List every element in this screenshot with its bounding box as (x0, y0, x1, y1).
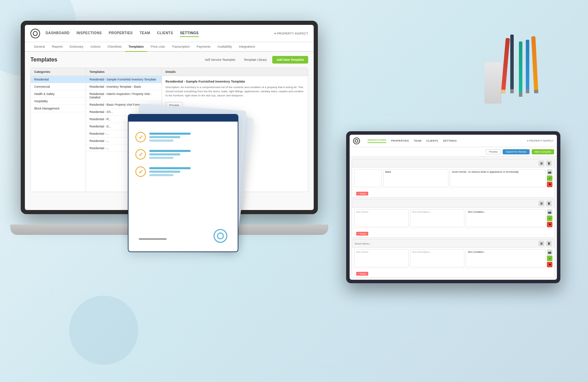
nav-dashboard[interactable]: DASHBOARD (46, 30, 70, 37)
tablet-check-icon[interactable]: ✓ (547, 175, 552, 181)
tablet-check-icon-2[interactable]: ✓ (547, 216, 552, 221)
category-residential[interactable]: Residential (31, 76, 86, 83)
checklist-row-3: ✓ (135, 166, 231, 177)
template-item-2[interactable]: Residential - Interim Inspection / Prope… (86, 90, 162, 101)
tab-price-lists[interactable]: Price Lists (147, 42, 169, 52)
checklist-illustration: ✓ ✓ ✓ (121, 104, 252, 262)
tablet-desc-3[interactable]: Item Description... (410, 249, 465, 267)
tablet-action-btn-3[interactable]: + Action (356, 272, 368, 276)
nav-clients[interactable]: CLIENTS (157, 30, 173, 37)
tablet-room-label: Room Name... (355, 242, 537, 245)
tablet: INSPECTIONS PROPERTIES TEAM CLIENTS SETT… (346, 131, 567, 290)
checklist-top-bar (129, 115, 238, 122)
tablet-action-btn-2[interactable]: + Action (356, 232, 368, 236)
check-lines-1 (149, 133, 231, 142)
stationery-group (484, 35, 553, 152)
property-badge[interactable]: ▾ PROPERTY INSPECT (274, 32, 308, 35)
tab-templates[interactable]: Templates (125, 42, 147, 52)
template-library-btn[interactable]: Template Library (241, 57, 270, 63)
tablet-copy-icon-3[interactable]: ⊞ (539, 241, 544, 246)
tablet-nav-team[interactable]: TEAM (414, 139, 421, 142)
category-commercial[interactable]: Commercial (31, 83, 86, 90)
orange-pen (531, 36, 539, 93)
tab-availability[interactable]: Availability (214, 42, 235, 52)
tab-reports[interactable]: Reports (48, 42, 66, 52)
tablet-condition-1[interactable]: Good Overall - no obvious faults in appe… (450, 169, 546, 187)
tablet-section-2-header: ⊞ 🗑 (352, 199, 554, 208)
tab-general[interactable]: General (30, 42, 48, 52)
pen-tip-orange (534, 90, 539, 94)
nav-properties[interactable]: PROPERTIES (109, 30, 133, 37)
tablet-nav-clients[interactable]: CLIENTS (426, 139, 438, 142)
tablet-item-name-2[interactable]: Item Name... (354, 209, 409, 227)
tablet-add-block: Add New Block (352, 279, 555, 280)
tab-dictionary[interactable]: Dictionary (66, 42, 87, 52)
tablet-condition-3[interactable]: Item Condition... (466, 249, 546, 267)
tablet-flag-icon-2[interactable]: ⚑ (547, 222, 552, 227)
checklist-row-1: ✓ (135, 132, 231, 142)
categories-col: Categories Residential Commercial Health… (31, 68, 86, 192)
pen-holder (484, 62, 502, 104)
tab-payments[interactable]: Payments (193, 42, 214, 52)
tablet-field-empty-1 (354, 169, 382, 187)
tablet-flag-icon[interactable]: ⚑ (547, 182, 552, 187)
details-header: Details (162, 68, 308, 76)
add-new-template-btn[interactable]: Add New Template (272, 56, 308, 64)
content-header: Templates Self Service Teamples Template… (30, 56, 308, 64)
check-line-1b (149, 136, 180, 138)
tablet-field-color[interactable]: Black (383, 169, 448, 187)
checklist-logo-outer (214, 229, 227, 243)
check-mark-3: ✓ (139, 169, 143, 175)
tablet-photo-icon[interactable]: 📷 (547, 169, 552, 175)
tablet-section-3-header: Room Name... ⊞ 🗑 (352, 239, 554, 248)
check-circle-2: ✓ (135, 149, 146, 160)
check-line-3a (149, 167, 191, 169)
category-hospitality[interactable]: Hospitality (31, 98, 86, 105)
tablet-nav-properties[interactable]: PROPERTIES (391, 139, 409, 142)
template-item-0[interactable]: Residential - Sample Furnished Inventory… (86, 76, 162, 83)
tablet-nav-settings[interactable]: SETTINGS (443, 139, 457, 142)
tablet-photo-icon-3[interactable]: 📷 (547, 249, 552, 255)
tablet-copy-icon[interactable]: ⊞ (539, 161, 544, 166)
check-line-3c (149, 174, 173, 176)
checklist-logo-inner (217, 232, 224, 239)
tablet-desc-2[interactable]: Item Description... (410, 209, 465, 227)
tablet-delete-icon-3[interactable]: 🗑 (546, 241, 552, 246)
tablet-row-2: Item Name... Item Description... Item Co… (352, 208, 554, 229)
tab-integrations[interactable]: Integrations (236, 42, 259, 52)
tablet-condition-2[interactable]: Item Condition... (466, 209, 546, 227)
dark-pen (510, 35, 514, 93)
tablet-photo-icon-2[interactable]: 📷 (547, 209, 552, 215)
category-block-management[interactable]: Block Management (31, 105, 86, 112)
tab-actions[interactable]: Actions (87, 42, 104, 52)
tablet-delete-icon[interactable]: 🗑 (546, 161, 552, 166)
tablet-screen: INSPECTIONS PROPERTIES TEAM CLIENTS SETT… (350, 135, 557, 280)
header-actions: Self Service Teamples Template Library A… (202, 56, 308, 64)
tablet-item-name-3[interactable]: Item Name... (354, 249, 409, 267)
tablet-copy-icon-2[interactable]: ⊞ (539, 201, 544, 206)
nav-team[interactable]: TEAM (140, 30, 150, 37)
nav-settings[interactable]: SETTINGS (180, 30, 199, 37)
checklist-row-2: ✓ (135, 149, 231, 160)
tablet-content: ⊞ 🗑 Black Good Overall - no obvious faul… (350, 157, 557, 280)
check-line-2c (149, 157, 173, 159)
tablet-flag-icon-3[interactable]: ⚑ (547, 262, 552, 267)
nav-inspections[interactable]: INSPECTIONS (77, 30, 102, 37)
tablet-action-icons-2: 📷 ✓ ⚑ (547, 209, 552, 227)
tablet-action-btn-1[interactable]: + Action (356, 192, 368, 195)
check-circle-1: ✓ (135, 132, 146, 142)
tablet-check-icon-3[interactable]: ✓ (547, 256, 552, 261)
template-item-1[interactable]: Residential - Inventory Template - Basic (86, 83, 162, 90)
check-line-2b (149, 153, 180, 155)
self-service-btn[interactable]: Self Service Teamples (202, 57, 238, 63)
main-nav: DASHBOARD INSPECTIONS PROPERTIES TEAM CL… (46, 30, 274, 37)
tablet-section-1-header: ⊞ 🗑 (352, 159, 554, 168)
tablet-nav-inspections[interactable]: INSPECTIONS (368, 139, 386, 143)
tablet-section-3: Room Name... ⊞ 🗑 Item Name... Item Descr… (352, 239, 555, 278)
page-title: Templates (30, 57, 202, 63)
tablet-delete-icon-2[interactable]: 🗑 (546, 201, 552, 206)
tablet-action-icons-3: 📷 ✓ ⚑ (547, 249, 552, 267)
tab-checklists[interactable]: Checklists (104, 42, 125, 52)
tab-transcription[interactable]: Transcription (168, 42, 193, 52)
category-health-safety[interactable]: Health & Safety (31, 90, 86, 98)
